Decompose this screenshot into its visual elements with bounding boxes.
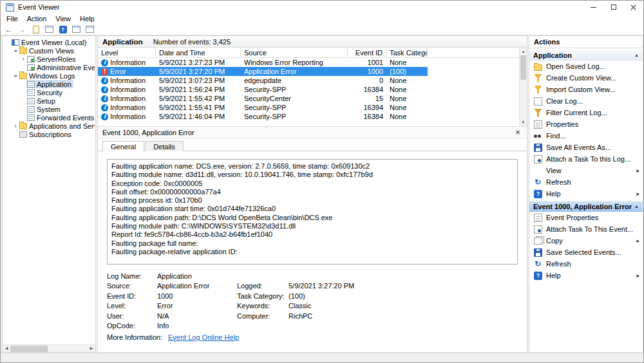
log-title: Application	[102, 38, 143, 46]
column-header[interactable]: Task Category	[386, 48, 428, 57]
tree-item-forwarded-events[interactable]: Forwarded Events	[3, 113, 95, 122]
menu-item[interactable]: Help	[75, 14, 99, 23]
horizontal-scroll-thumb[interactable]	[10, 346, 48, 352]
back-icon[interactable]: ←	[3, 24, 14, 34]
collapse-icon[interactable]	[634, 204, 639, 209]
tree-horizontal-scrollbar[interactable]	[3, 344, 95, 352]
preview-pane-icon[interactable]	[84, 24, 95, 34]
event-row[interactable]: Information 5/9/2021 3:07:23 PM edgeupda…	[98, 76, 428, 85]
tree-item-setup[interactable]: Setup	[3, 97, 95, 105]
tree-item-event-viewer-local[interactable]: Event Viewer (Local)	[3, 38, 95, 46]
column-header[interactable]: Source	[241, 48, 348, 57]
maximize-icon	[611, 5, 616, 10]
action-help-2[interactable]: Help	[529, 270, 643, 281]
close-button[interactable]	[623, 1, 643, 14]
action-icon	[534, 120, 542, 129]
menu-item[interactable]: Action	[23, 14, 52, 23]
column-header[interactable]: Level	[98, 48, 156, 57]
tree-item-subscriptions[interactable]: Subscriptions	[3, 130, 95, 138]
event-row[interactable]: Information 5/9/2021 1:55:42 PM Security…	[98, 94, 428, 103]
preview-tabs: GeneralDetails	[98, 138, 527, 151]
menu-item[interactable]: File	[2, 14, 23, 23]
action-event-properties[interactable]: Event Properties	[529, 212, 643, 223]
action-create-custom-view[interactable]: Create Custom View...	[529, 72, 643, 84]
action-icon	[534, 272, 542, 280]
expander-icon[interactable]	[20, 56, 26, 62]
close-preview-icon[interactable]	[513, 128, 522, 137]
tree-item-system[interactable]: System	[3, 105, 95, 113]
action-save-all-events-as[interactable]: Save All Events As...	[529, 142, 643, 153]
help-icon[interactable]: ?	[57, 24, 68, 34]
collapse-icon[interactable]	[634, 53, 639, 57]
action-view[interactable]: View	[529, 165, 643, 176]
level-label: Information	[110, 113, 146, 120]
event-log-online-help-link[interactable]: Event Log Online Help	[168, 333, 239, 341]
action-attach-task-to-log[interactable]: Attach a Task To this Log...	[529, 153, 643, 165]
forward-icon[interactable]: →	[17, 24, 28, 34]
event-source: Security-SPP	[241, 86, 348, 93]
action-save-selected-events[interactable]: Save Selected Events...	[529, 247, 643, 258]
tree-node-icon	[27, 89, 35, 96]
action-copy[interactable]: Copy	[529, 235, 643, 247]
console-tree-icon[interactable]	[44, 24, 55, 34]
action-filter-current-log[interactable]: Filter Current Log...	[529, 107, 643, 118]
actions-section-event[interactable]: Event 1000, Application Error	[529, 201, 643, 212]
action-import-custom-view[interactable]: Import Custom View...	[529, 84, 643, 95]
field-label: Level:	[107, 302, 157, 310]
action-find[interactable]: Find...	[529, 130, 643, 142]
menu-item[interactable]: View	[51, 14, 75, 23]
action-label: Import Custom View...	[546, 86, 615, 93]
action-clear-log[interactable]: Clear Log...	[529, 95, 643, 107]
field-label: Logged:	[237, 282, 289, 290]
event-description: Faulting application name: DCS.exe, vers…	[107, 159, 518, 265]
event-datetime: 5/9/2021 1:46:04 PM	[156, 113, 241, 120]
tree-item-application[interactable]: Application	[3, 80, 95, 88]
maximize-button[interactable]	[603, 1, 623, 14]
event-row[interactable]: Error 5/9/2021 3:27:20 PM Application Er…	[98, 67, 428, 76]
field-row: Level: Error Keywords: Classic	[107, 301, 518, 312]
export-list-icon[interactable]	[30, 24, 41, 34]
tree-item-applications-and-services-logs[interactable]: Applications and Services Lo	[3, 122, 95, 130]
scroll-up-icon[interactable]	[520, 48, 527, 55]
tree-item-administrative-events[interactable]: Administrative Events	[3, 63, 95, 71]
tree-item-serverroles[interactable]: ServerRoles	[3, 55, 95, 63]
event-task-category: (100)	[386, 68, 428, 75]
event-row[interactable]: Information 5/9/2021 1:46:04 PM Security…	[98, 112, 428, 121]
action-properties[interactable]: Properties	[529, 118, 643, 130]
action-help[interactable]: Help	[529, 188, 643, 200]
event-list-scrollbar[interactable]	[519, 48, 527, 126]
tree-item-security[interactable]: Security	[3, 88, 95, 97]
expander-icon[interactable]	[12, 73, 19, 79]
expander-icon[interactable]	[12, 123, 19, 129]
tree-item-windows-logs[interactable]: Windows Logs	[3, 71, 95, 80]
action-refresh[interactable]: Refresh	[529, 176, 643, 188]
tree-node-label: Forwarded Events	[37, 114, 94, 122]
event-row[interactable]: Information 5/9/2021 3:27:23 PM Windows …	[98, 58, 428, 67]
action-open-saved-log[interactable]: Open Saved Log...	[529, 60, 643, 72]
level-icon	[101, 113, 108, 120]
column-header[interactable]: Event ID	[348, 48, 386, 57]
scroll-right-icon[interactable]	[88, 345, 95, 352]
show-action-pane-icon[interactable]	[71, 24, 82, 34]
event-task-category: None	[386, 86, 428, 93]
action-label: Save Selected Events...	[546, 248, 621, 256]
actions-section-application[interactable]: Application	[529, 50, 643, 60]
action-label: View	[546, 167, 562, 174]
event-row[interactable]: Information 5/9/2021 1:56:24 PM Security…	[98, 85, 428, 94]
event-id: 1000	[348, 68, 386, 75]
field-value: Classic	[289, 302, 518, 310]
action-refresh-2[interactable]: Refresh	[529, 258, 643, 270]
action-label: Refresh	[546, 260, 571, 268]
action-attach-task-to-event[interactable]: Attach Task To This Event...	[529, 223, 643, 235]
column-header[interactable]: Date and Time	[156, 48, 241, 57]
tab[interactable]: General	[102, 141, 144, 153]
tree-item-custom-views[interactable]: Custom Views	[3, 46, 95, 55]
scroll-left-icon[interactable]	[3, 345, 10, 352]
event-row[interactable]: Information 5/9/2021 1:55:41 PM Security…	[98, 103, 428, 112]
vertical-scroll-thumb[interactable]	[520, 55, 526, 80]
expander-icon[interactable]	[12, 48, 19, 54]
general-tab-page: Faulting application name: DCS.exe, vers…	[98, 151, 527, 352]
event-count: Number of events: 3,425	[153, 38, 231, 46]
scroll-down-icon[interactable]	[520, 118, 527, 126]
minimize-button[interactable]	[583, 1, 603, 14]
